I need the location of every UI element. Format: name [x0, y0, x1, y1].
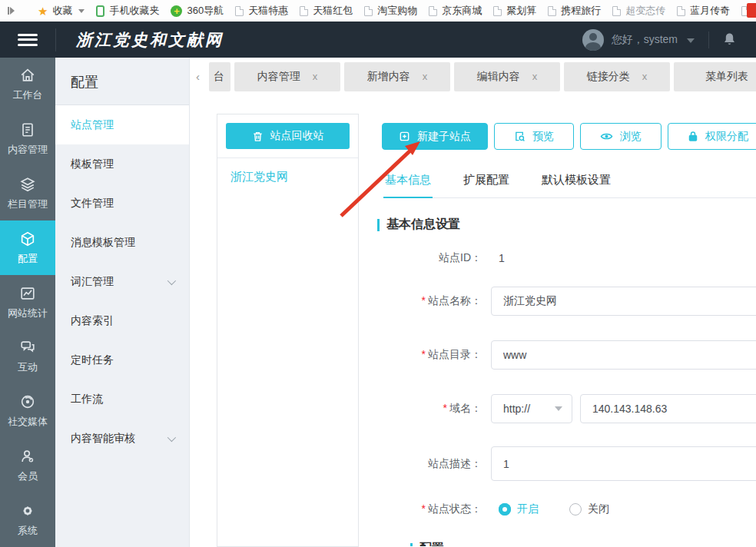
- bookmark-game1[interactable]: 超变态传: [612, 4, 665, 18]
- site-recycle-bin-button[interactable]: 站点回收站: [226, 123, 350, 149]
- tab-basic-info[interactable]: 基本信息: [383, 173, 433, 198]
- bell-icon[interactable]: [723, 32, 736, 47]
- home-icon: [19, 67, 36, 84]
- submenu-item-label: 定时任务: [71, 353, 114, 367]
- close-icon[interactable]: x: [642, 71, 648, 82]
- open-tabs-bar: ‹ 台 内容管理x 新增内容x 编辑内容x 链接分类x 菜单列表: [190, 58, 756, 95]
- tab-label: 台: [214, 70, 224, 84]
- bookmark-ctrip[interactable]: 携程旅行: [548, 4, 601, 18]
- bookmark-lanyue[interactable]: 蓝月传奇: [677, 4, 730, 18]
- chevron-down-icon[interactable]: [687, 38, 695, 43]
- bookmark-favorites[interactable]: ★ 收藏: [38, 4, 85, 18]
- tabs-scroll-left-icon[interactable]: ‹: [196, 70, 205, 83]
- submenu-item-content-ai-review[interactable]: 内容智能审核: [55, 419, 189, 458]
- submenu-item-label: 站点管理: [71, 118, 114, 132]
- tab-new-content[interactable]: 新增内容x: [344, 62, 450, 91]
- bookmarks-collapse-icon[interactable]: [8, 7, 15, 15]
- submenu-item-vocabulary[interactable]: 词汇管理: [55, 262, 189, 301]
- field-label: *站点名称：: [377, 294, 491, 308]
- tab-edit-content[interactable]: 编辑内容x: [454, 62, 560, 91]
- avatar[interactable]: [582, 29, 604, 51]
- submenu-item-label: 消息模板管理: [71, 236, 135, 250]
- cube-icon: [19, 230, 36, 247]
- tab-default-template[interactable]: 默认模板设置: [540, 173, 612, 198]
- section-accent-bar: [377, 219, 380, 231]
- tab-menu-list[interactable]: 菜单列表: [674, 62, 756, 91]
- page-icon: [364, 6, 373, 16]
- hamburger-menu-icon[interactable]: [0, 31, 55, 48]
- tab-extended-config[interactable]: 扩展配置: [462, 173, 511, 198]
- radio-status-off[interactable]: 关闭: [569, 502, 609, 516]
- sidebar-item-label: 网站统计: [8, 307, 48, 320]
- tab-content-management[interactable]: 内容管理x: [234, 62, 340, 91]
- submenu-item-label: 文件管理: [71, 197, 114, 211]
- line-chart-icon: [19, 285, 36, 302]
- site-link-zhejiang[interactable]: 浙江党史网: [230, 170, 288, 183]
- main-area: ‹ 台 内容管理x 新增内容x 编辑内容x 链接分类x 菜单列表 站点回收站 浙…: [190, 58, 756, 547]
- bookmark-label: 聚划算: [506, 4, 536, 18]
- bookmark-label: 天猫特惠: [248, 4, 288, 18]
- submenu-item-file-management[interactable]: 文件管理: [55, 184, 189, 223]
- button-label: 权限分配: [705, 130, 748, 144]
- bookmark-tmall-deals[interactable]: 天猫特惠: [235, 4, 288, 18]
- page-icon: [612, 6, 621, 16]
- button-label: 新建子站点: [417, 130, 471, 144]
- required-asterisk: *: [422, 348, 426, 360]
- sidebar-item-workbench[interactable]: 工作台: [0, 58, 55, 112]
- radio-status-on[interactable]: 开启: [499, 502, 539, 516]
- protocol-select[interactable]: http://: [491, 394, 572, 423]
- form-row-site-name: *站点名称：: [377, 287, 756, 316]
- config-submenu: 配置 站点管理 模板管理 文件管理 消息模板管理 词汇管理 内容索引 定时任务 …: [55, 58, 190, 547]
- bookmark-label: 京东商城: [442, 4, 482, 18]
- site-description-input[interactable]: [491, 446, 756, 481]
- submenu-item-workflow[interactable]: 工作流: [55, 380, 189, 419]
- section-accent-bar: [410, 543, 413, 547]
- new-subsite-button[interactable]: 新建子站点: [382, 123, 488, 150]
- submenu-item-message-template[interactable]: 消息模板管理: [55, 223, 189, 262]
- tab-label: 编辑内容: [477, 70, 520, 84]
- edge-red-icon[interactable]: [747, 3, 756, 18]
- close-icon[interactable]: x: [313, 71, 318, 82]
- sidebar-item-social[interactable]: 社交媒体: [0, 384, 55, 439]
- bookmark-mobile-favorites[interactable]: 手机收藏夹: [96, 4, 159, 18]
- permission-assign-button[interactable]: 权限分配: [668, 123, 756, 150]
- tab-link-category[interactable]: 链接分类x: [564, 62, 670, 91]
- tab-label: 菜单列表: [705, 70, 748, 84]
- sidebar-item-statistics[interactable]: 网站统计: [0, 275, 55, 330]
- bookmark-360nav[interactable]: + 360导航: [171, 4, 224, 18]
- submenu-item-scheduled-tasks[interactable]: 定时任务: [55, 340, 189, 380]
- submenu-item-label: 内容智能审核: [71, 432, 135, 446]
- sidebar-item-config[interactable]: 配置: [0, 220, 55, 275]
- close-icon[interactable]: x: [532, 71, 538, 82]
- tab-workbench-partial[interactable]: 台: [209, 62, 230, 91]
- bookmark-jd[interactable]: 京东商城: [429, 4, 482, 18]
- site-name-input[interactable]: [491, 287, 756, 316]
- chevron-down-icon: [167, 276, 176, 284]
- domain-input[interactable]: [580, 394, 756, 423]
- browse-button[interactable]: 浏览: [580, 123, 662, 150]
- button-label: 预览: [532, 130, 554, 144]
- close-icon[interactable]: x: [423, 71, 428, 82]
- basic-info-form: 站点ID： 1 *站点名称： *站点目录： *域名：: [377, 251, 756, 546]
- submenu-item-content-index[interactable]: 内容索引: [55, 301, 189, 340]
- site-id-value: 1: [499, 252, 505, 264]
- sidebar-item-label: 互动: [18, 360, 38, 374]
- submenu-item-template-management[interactable]: 模板管理: [55, 144, 189, 184]
- sidebar-item-label: 工作台: [13, 88, 43, 102]
- radio-label: 关闭: [588, 502, 609, 516]
- bookmark-label: 收藏: [52, 4, 72, 18]
- submenu-item-site-management[interactable]: 站点管理: [55, 105, 189, 144]
- bookmark-tmall-redpacket[interactable]: 天猫红包: [300, 4, 353, 18]
- sidebar-item-content[interactable]: 内容管理: [0, 112, 55, 167]
- site-directory-input[interactable]: [491, 340, 756, 370]
- bookmark-juhuasuan[interactable]: 聚划算: [493, 4, 536, 18]
- sidebar-item-interaction[interactable]: 互动: [0, 330, 55, 384]
- preview-button[interactable]: 预览: [494, 123, 574, 150]
- form-row-site-id: 站点ID： 1: [377, 251, 756, 265]
- sidebar-item-columns[interactable]: 栏目管理: [0, 167, 55, 221]
- sidebar-item-system[interactable]: 系统: [0, 492, 55, 547]
- divider: [708, 31, 709, 48]
- user-greeting[interactable]: 您好，system: [612, 33, 678, 47]
- sidebar-item-members[interactable]: 会员: [0, 438, 55, 492]
- bookmark-taobao[interactable]: 淘宝购物: [364, 4, 417, 18]
